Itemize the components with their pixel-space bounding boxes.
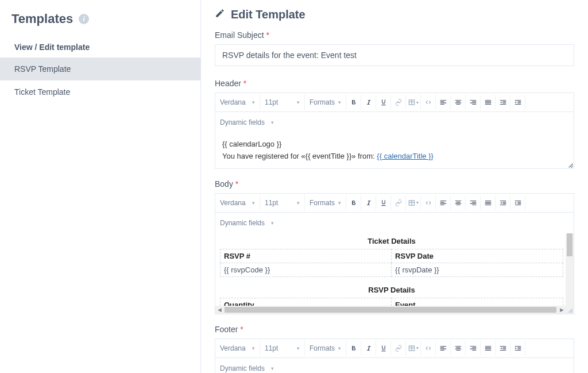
pencil-icon <box>215 8 225 21</box>
footer-label: Footer * <box>215 325 574 334</box>
table-title: RSVP Details <box>220 282 563 298</box>
bold-button[interactable] <box>346 95 361 110</box>
code-button[interactable] <box>421 95 436 110</box>
sidebar-title: Templates i <box>0 11 200 34</box>
calendar-title-link[interactable]: {{ calendarTitle }} <box>377 152 434 160</box>
sidebar-section-head: View / Edit template <box>0 34 200 57</box>
scroll-left-icon[interactable]: ◀ <box>215 307 223 313</box>
align-justify-button[interactable] <box>481 95 496 110</box>
outdent-button[interactable] <box>496 341 510 356</box>
ticket-details-table: Ticket Details RSVP # RSVP Date {{ rsvpC… <box>220 233 563 314</box>
align-justify-button[interactable] <box>481 341 496 356</box>
dynamic-fields-select[interactable]: Dynamic fields▾ <box>215 114 278 130</box>
sidebar-item-label: Ticket Template <box>14 87 70 97</box>
link-button[interactable] <box>391 195 406 210</box>
email-subject-input[interactable] <box>215 44 574 66</box>
rsvp-num-header: RSVP # <box>220 249 392 263</box>
formats-select[interactable]: Formats▾ <box>305 94 346 110</box>
body-label: Body * <box>215 179 574 189</box>
sidebar: Templates i View / Edit template RSVP Te… <box>0 0 201 373</box>
font-family-select[interactable]: Verdana▾ <box>215 340 260 356</box>
align-center-button[interactable] <box>451 95 466 110</box>
align-right-button[interactable] <box>466 341 481 356</box>
italic-button[interactable] <box>361 95 376 110</box>
font-family-select[interactable]: Verdana▾ <box>215 195 260 211</box>
page-title-text: Edit Template <box>231 8 305 21</box>
bold-button[interactable] <box>346 341 361 356</box>
align-left-button[interactable] <box>436 341 451 356</box>
formats-select[interactable]: Formats▾ <box>305 195 346 211</box>
required-indicator: * <box>240 325 243 334</box>
italic-button[interactable] <box>361 341 376 356</box>
footer-editor: Verdana▾ 11pt▾ Formats▾ ▾ Dynamic fields… <box>215 339 574 373</box>
sidebar-item-label: RSVP Template <box>14 64 71 74</box>
align-right-button[interactable] <box>466 195 481 210</box>
table-title: Ticket Details <box>220 233 563 249</box>
rsvp-code-cell: {{ rsvpCode }} <box>220 263 392 276</box>
align-center-button[interactable] <box>451 195 466 210</box>
rsvp-date-header: RSVP Date <box>392 249 563 263</box>
align-justify-button[interactable] <box>481 195 496 210</box>
code-button[interactable] <box>421 341 436 356</box>
resize-handle[interactable] <box>567 161 572 167</box>
page-title: Edit Template <box>215 8 574 21</box>
main-content: Edit Template Email Subject * Header * V… <box>201 0 588 373</box>
align-left-button[interactable] <box>436 95 451 110</box>
dynamic-fields-select[interactable]: Dynamic fields▾ <box>215 360 278 373</box>
sidebar-item-rsvp-template[interactable]: RSVP Template <box>0 57 200 80</box>
bold-button[interactable] <box>346 195 361 210</box>
indent-button[interactable] <box>510 195 525 210</box>
font-size-select[interactable]: 11pt▾ <box>260 340 305 356</box>
font-size-select[interactable]: 11pt▾ <box>260 195 305 211</box>
vertical-scrollbar[interactable] <box>566 233 574 306</box>
italic-button[interactable] <box>361 195 376 210</box>
table-button[interactable]: ▾ <box>406 341 421 356</box>
align-left-button[interactable] <box>436 195 451 210</box>
header-editor: Verdana▾ 11pt▾ Formats▾ ▾ Dynamic fields… <box>215 93 574 169</box>
required-indicator: * <box>243 79 246 88</box>
table-button[interactable]: ▾ <box>406 95 421 110</box>
formats-select[interactable]: Formats▾ <box>305 340 346 356</box>
subject-label: Email Subject * <box>215 30 574 40</box>
align-right-button[interactable] <box>466 95 481 110</box>
editor-toolbar: Verdana▾ 11pt▾ Formats▾ ▾ <box>215 339 574 358</box>
link-button[interactable] <box>391 341 406 356</box>
editor-toolbar: Verdana▾ 11pt▾ Formats▾ ▾ <box>215 194 574 213</box>
underline-button[interactable] <box>376 95 391 110</box>
scroll-corner <box>566 306 574 314</box>
outdent-button[interactable] <box>496 195 510 210</box>
required-indicator: * <box>235 179 238 189</box>
table-button[interactable]: ▾ <box>406 195 421 210</box>
font-family-select[interactable]: Verdana▾ <box>215 94 260 110</box>
editor-toolbar: Verdana▾ 11pt▾ Formats▾ ▾ <box>215 93 574 112</box>
outdent-button[interactable] <box>496 95 510 110</box>
rsvp-date-cell: {{ rsvpDate }} <box>392 263 563 276</box>
indent-button[interactable] <box>510 341 525 356</box>
align-center-button[interactable] <box>451 341 466 356</box>
underline-button[interactable] <box>376 195 391 210</box>
underline-button[interactable] <box>376 341 391 356</box>
dynamic-fields-select[interactable]: Dynamic fields▾ <box>215 215 278 231</box>
horizontal-scrollbar[interactable]: ◀ ▶ <box>215 306 566 314</box>
scroll-right-icon[interactable]: ▶ <box>558 307 566 313</box>
sidebar-title-text: Templates <box>11 11 73 26</box>
code-button[interactable] <box>421 195 436 210</box>
header-editor-content[interactable]: {{ calendarLogo }} You have registered f… <box>215 133 574 168</box>
font-size-select[interactable]: 11pt▾ <box>260 94 305 110</box>
header-label: Header * <box>215 79 574 88</box>
sidebar-item-ticket-template[interactable]: Ticket Template <box>0 80 200 103</box>
resize-handle[interactable] <box>567 307 572 313</box>
info-icon[interactable]: i <box>79 14 89 24</box>
required-indicator: * <box>266 30 269 40</box>
body-editor: Verdana▾ 11pt▾ Formats▾ ▾ Dynamic fields… <box>215 193 574 314</box>
body-editor-content[interactable]: Ticket Details RSVP # RSVP Date {{ rsvpC… <box>215 233 574 314</box>
indent-button[interactable] <box>510 95 525 110</box>
link-button[interactable] <box>391 95 406 110</box>
